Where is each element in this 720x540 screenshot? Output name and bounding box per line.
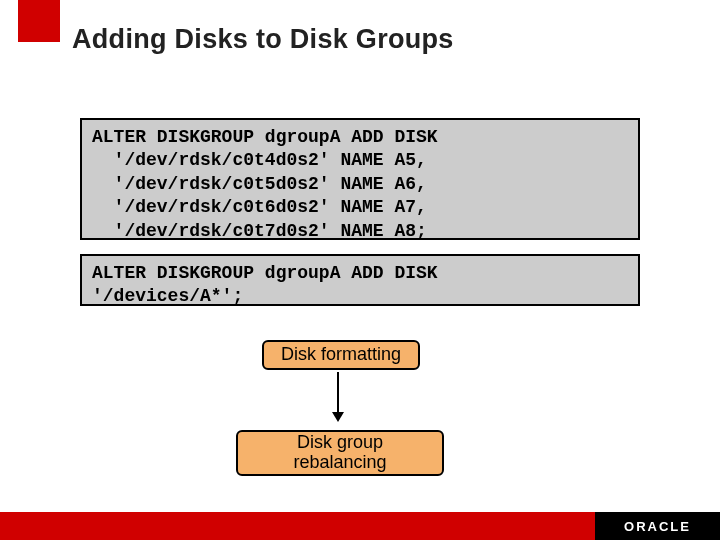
slide-title: Adding Disks to Disk Groups (72, 24, 454, 55)
flow-step-rebalancing: Disk grouprebalancing (236, 430, 444, 476)
flow-step-formatting: Disk formatting (262, 340, 420, 370)
code-block-2: ALTER DISKGROUP dgroupA ADD DISK '/devic… (80, 254, 640, 306)
accent-square (18, 0, 60, 42)
footer-brand: ORACLE (595, 512, 720, 540)
arrow-down-icon (337, 372, 339, 420)
code-block-1: ALTER DISKGROUP dgroupA ADD DISK '/dev/r… (80, 118, 640, 240)
